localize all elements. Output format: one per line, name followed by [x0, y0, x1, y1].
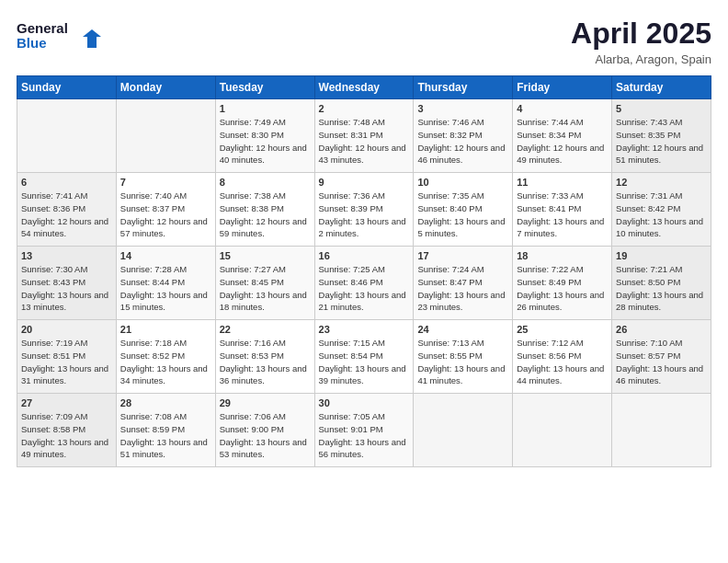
logo-text: General Blue [17, 17, 108, 59]
calendar-cell: 17Sunrise: 7:24 AM Sunset: 8:47 PM Dayli… [414, 247, 513, 320]
day-number: 23 [319, 324, 410, 335]
calendar-cell [612, 394, 711, 467]
day-number: 22 [220, 324, 311, 335]
day-number: 5 [616, 103, 707, 114]
day-info: Sunrise: 7:12 AM Sunset: 8:56 PM Dayligh… [517, 337, 608, 387]
calendar-cell: 24Sunrise: 7:13 AM Sunset: 8:55 PM Dayli… [414, 320, 513, 394]
svg-text:General: General [17, 20, 68, 36]
day-number: 8 [220, 177, 311, 188]
calendar-cell [414, 394, 513, 467]
logo-icon: General Blue [17, 17, 108, 55]
day-number: 29 [220, 397, 311, 408]
day-info: Sunrise: 7:13 AM Sunset: 8:55 PM Dayligh… [417, 337, 508, 387]
calendar-cell: 16Sunrise: 7:25 AM Sunset: 8:46 PM Dayli… [314, 247, 414, 320]
svg-marker-2 [83, 29, 101, 48]
day-info: Sunrise: 7:22 AM Sunset: 8:49 PM Dayligh… [517, 263, 608, 314]
title-block: April 2025 Alarba, Aragon, Spain [571, 17, 711, 66]
day-number: 9 [319, 177, 410, 188]
calendar-cell: 15Sunrise: 7:27 AM Sunset: 8:45 PM Dayli… [215, 247, 314, 320]
header: General Blue April 2025 Alarba, Aragon, … [17, 17, 711, 66]
day-info: Sunrise: 7:15 AM Sunset: 8:54 PM Dayligh… [319, 337, 410, 387]
calendar-header-row: Sunday Monday Tuesday Wednesday Thursday… [17, 76, 711, 99]
day-info: Sunrise: 7:24 AM Sunset: 8:47 PM Dayligh… [417, 263, 508, 314]
day-number: 21 [120, 324, 211, 335]
day-number: 10 [417, 177, 508, 188]
calendar-week-1: 1Sunrise: 7:49 AM Sunset: 8:30 PM Daylig… [17, 99, 711, 173]
day-info: Sunrise: 7:16 AM Sunset: 8:53 PM Dayligh… [220, 337, 311, 387]
calendar-cell: 21Sunrise: 7:18 AM Sunset: 8:52 PM Dayli… [116, 320, 215, 394]
day-info: Sunrise: 7:25 AM Sunset: 8:46 PM Dayligh… [319, 263, 410, 314]
calendar-cell [116, 99, 215, 173]
calendar-cell: 10Sunrise: 7:35 AM Sunset: 8:40 PM Dayli… [414, 173, 513, 247]
day-info: Sunrise: 7:19 AM Sunset: 8:51 PM Dayligh… [21, 337, 112, 387]
day-number: 2 [319, 103, 410, 114]
calendar: Sunday Monday Tuesday Wednesday Thursday… [17, 75, 711, 467]
day-info: Sunrise: 7:05 AM Sunset: 9:01 PM Dayligh… [319, 410, 410, 461]
calendar-cell: 13Sunrise: 7:30 AM Sunset: 8:43 PM Dayli… [17, 247, 117, 320]
day-number: 17 [417, 250, 508, 261]
calendar-week-4: 20Sunrise: 7:19 AM Sunset: 8:51 PM Dayli… [17, 320, 711, 394]
calendar-cell: 19Sunrise: 7:21 AM Sunset: 8:50 PM Dayli… [612, 247, 711, 320]
calendar-cell: 23Sunrise: 7:15 AM Sunset: 8:54 PM Dayli… [314, 320, 414, 394]
day-info: Sunrise: 7:36 AM Sunset: 8:39 PM Dayligh… [319, 190, 410, 240]
calendar-cell: 25Sunrise: 7:12 AM Sunset: 8:56 PM Dayli… [513, 320, 612, 394]
day-info: Sunrise: 7:41 AM Sunset: 8:36 PM Dayligh… [21, 190, 112, 240]
page: General Blue April 2025 Alarba, Aragon, … [0, 0, 728, 563]
day-info: Sunrise: 7:08 AM Sunset: 8:59 PM Dayligh… [120, 410, 211, 461]
day-info: Sunrise: 7:27 AM Sunset: 8:45 PM Dayligh… [220, 263, 311, 314]
day-info: Sunrise: 7:06 AM Sunset: 9:00 PM Dayligh… [220, 410, 311, 461]
calendar-week-3: 13Sunrise: 7:30 AM Sunset: 8:43 PM Dayli… [17, 247, 711, 320]
day-number: 16 [319, 250, 410, 261]
day-number: 12 [616, 177, 707, 188]
calendar-cell: 12Sunrise: 7:31 AM Sunset: 8:42 PM Dayli… [612, 173, 711, 247]
day-number: 3 [417, 103, 508, 114]
calendar-cell: 8Sunrise: 7:38 AM Sunset: 8:38 PM Daylig… [215, 173, 314, 247]
day-info: Sunrise: 7:28 AM Sunset: 8:44 PM Dayligh… [120, 263, 211, 314]
calendar-week-5: 27Sunrise: 7:09 AM Sunset: 8:58 PM Dayli… [17, 394, 711, 467]
calendar-cell: 6Sunrise: 7:41 AM Sunset: 8:36 PM Daylig… [17, 173, 117, 247]
day-number: 26 [616, 324, 707, 335]
day-info: Sunrise: 7:48 AM Sunset: 8:31 PM Dayligh… [319, 116, 410, 167]
day-number: 4 [517, 103, 608, 114]
day-number: 28 [120, 397, 211, 408]
day-number: 7 [120, 177, 211, 188]
day-info: Sunrise: 7:44 AM Sunset: 8:34 PM Dayligh… [517, 116, 608, 167]
day-number: 25 [517, 324, 608, 335]
day-info: Sunrise: 7:10 AM Sunset: 8:57 PM Dayligh… [616, 337, 707, 387]
calendar-cell: 14Sunrise: 7:28 AM Sunset: 8:44 PM Dayli… [116, 247, 215, 320]
day-number: 13 [21, 250, 112, 261]
calendar-week-2: 6Sunrise: 7:41 AM Sunset: 8:36 PM Daylig… [17, 173, 711, 247]
col-sunday: Sunday [17, 76, 117, 99]
day-info: Sunrise: 7:38 AM Sunset: 8:38 PM Dayligh… [220, 190, 311, 240]
calendar-cell: 5Sunrise: 7:43 AM Sunset: 8:35 PM Daylig… [612, 99, 711, 173]
day-number: 18 [517, 250, 608, 261]
day-info: Sunrise: 7:49 AM Sunset: 8:30 PM Dayligh… [220, 116, 311, 167]
calendar-cell [513, 394, 612, 467]
calendar-cell: 20Sunrise: 7:19 AM Sunset: 8:51 PM Dayli… [17, 320, 117, 394]
day-info: Sunrise: 7:30 AM Sunset: 8:43 PM Dayligh… [21, 263, 112, 314]
calendar-cell: 2Sunrise: 7:48 AM Sunset: 8:31 PM Daylig… [314, 99, 414, 173]
day-number: 6 [21, 177, 112, 188]
col-saturday: Saturday [612, 76, 711, 99]
day-info: Sunrise: 7:18 AM Sunset: 8:52 PM Dayligh… [120, 337, 211, 387]
calendar-cell: 18Sunrise: 7:22 AM Sunset: 8:49 PM Dayli… [513, 247, 612, 320]
day-info: Sunrise: 7:35 AM Sunset: 8:40 PM Dayligh… [417, 190, 508, 240]
calendar-cell: 27Sunrise: 7:09 AM Sunset: 8:58 PM Dayli… [17, 394, 117, 467]
day-number: 24 [417, 324, 508, 335]
day-info: Sunrise: 7:21 AM Sunset: 8:50 PM Dayligh… [616, 263, 707, 314]
day-info: Sunrise: 7:40 AM Sunset: 8:37 PM Dayligh… [120, 190, 211, 240]
calendar-cell: 26Sunrise: 7:10 AM Sunset: 8:57 PM Dayli… [612, 320, 711, 394]
col-monday: Monday [116, 76, 215, 99]
day-number: 30 [319, 397, 410, 408]
logo: General Blue [17, 17, 108, 59]
calendar-cell: 11Sunrise: 7:33 AM Sunset: 8:41 PM Dayli… [513, 173, 612, 247]
calendar-cell: 22Sunrise: 7:16 AM Sunset: 8:53 PM Dayli… [215, 320, 314, 394]
day-number: 19 [616, 250, 707, 261]
svg-text:Blue: Blue [17, 35, 47, 51]
calendar-cell: 30Sunrise: 7:05 AM Sunset: 9:01 PM Dayli… [314, 394, 414, 467]
page-subtitle: Alarba, Aragon, Spain [571, 52, 711, 66]
calendar-cell: 29Sunrise: 7:06 AM Sunset: 9:00 PM Dayli… [215, 394, 314, 467]
calendar-cell: 4Sunrise: 7:44 AM Sunset: 8:34 PM Daylig… [513, 99, 612, 173]
col-wednesday: Wednesday [314, 76, 414, 99]
col-tuesday: Tuesday [215, 76, 314, 99]
